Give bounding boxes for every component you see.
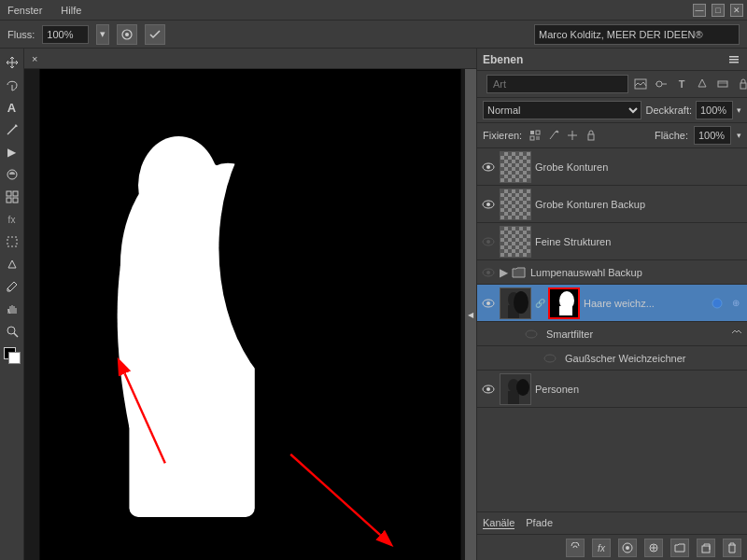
add-mask-button[interactable] [618, 539, 637, 557]
svg-rect-73 [702, 546, 710, 553]
tool-eyedrop[interactable] [2, 276, 22, 297]
layer-visibility-feine[interactable] [481, 234, 496, 249]
eye-icon [482, 162, 495, 172]
svg-point-69 [626, 546, 629, 550]
filter-layer-icon[interactable] [714, 76, 731, 92]
svg-rect-40 [536, 136, 540, 140]
layer-visibility-haare[interactable] [481, 296, 496, 311]
filter-type-icon[interactable]: T [673, 76, 690, 92]
eye-icon [482, 385, 495, 394]
tool-select[interactable] [2, 75, 22, 95]
svg-rect-66 [508, 391, 519, 404]
tool-transform[interactable] [2, 231, 22, 252]
canvas-tab-close[interactable]: × [32, 53, 37, 64]
layer-item-haare[interactable]: 🔗 Haare weichz... ⊕ [477, 285, 747, 322]
menubar-hilfe[interactable]: Hilfe [57, 3, 85, 18]
layer-item[interactable]: Feine Strukturen [477, 223, 747, 260]
svg-rect-4 [13, 191, 18, 196]
tool-type[interactable]: A [2, 97, 22, 118]
layer-visibility-gauss[interactable] [543, 351, 557, 366]
brush-option-btn2[interactable] [145, 24, 165, 45]
canvas-tab: × [24, 49, 476, 69]
lock-brush-icon[interactable] [546, 128, 561, 143]
svg-point-1 [125, 33, 129, 36]
eye-closed-icon [482, 268, 495, 277]
svg-point-21 [141, 284, 162, 319]
layer-effects-button[interactable]: fx [592, 539, 611, 557]
tab-pfade[interactable]: Pfade [526, 517, 553, 529]
lock-pixels-icon[interactable] [528, 128, 543, 143]
fluss-dropdown-arrow[interactable]: ▾ [96, 24, 109, 45]
blend-mode-bar: Normal Deckkraft: ▾ [477, 98, 747, 123]
color-icon [6, 168, 19, 181]
new-adjustment-button[interactable] [644, 539, 663, 557]
haare-thumb-image [500, 288, 531, 319]
svg-rect-26 [729, 59, 739, 61]
tool-hand[interactable] [2, 299, 22, 319]
brush-option-btn1[interactable] [117, 24, 137, 45]
layer-visibility-smartfilter[interactable] [524, 327, 539, 342]
minimize-button[interactable]: — [693, 4, 706, 17]
search-input[interactable] [486, 75, 628, 93]
collapse-handle[interactable]: ◀ [465, 69, 476, 560]
tool-color[interactable] [2, 164, 22, 185]
layer-mask-thumb[interactable] [548, 287, 580, 319]
layer-item[interactable]: Grobe Konturen [477, 148, 747, 186]
filter-image-icon[interactable] [632, 76, 649, 92]
fluss-input[interactable] [42, 25, 89, 44]
panel-link-icon[interactable]: ⊕ [728, 296, 743, 311]
panel-actions: fx [477, 535, 747, 560]
panel-bottom: Kanäle Pfade fx [477, 511, 747, 560]
layer-filter-item[interactable]: Gaußscher Weichzeichner [477, 346, 747, 371]
layer-visibility-lumsel[interactable] [481, 265, 496, 280]
tool-play[interactable]: ▶ [2, 142, 22, 162]
layer-item[interactable]: Grobe Konturen Backup [477, 186, 747, 223]
layer-folder-item[interactable]: ▶ Lumpenauswahl Backup [477, 260, 747, 285]
lock-all-icon[interactable] [584, 128, 599, 143]
layer-name: Haare weichz... [584, 298, 706, 309]
eye-closed-icon [543, 354, 557, 363]
tool-brush[interactable] [2, 119, 22, 140]
filter-lock-icon[interactable] [735, 76, 747, 92]
close-button[interactable]: ✕ [730, 4, 743, 17]
flaeche-input[interactable] [694, 126, 731, 145]
delete-layer-button[interactable] [723, 539, 741, 557]
tool-zoom[interactable] [2, 321, 22, 342]
profile-input[interactable] [534, 24, 740, 45]
flaeche-arrow[interactable]: ▾ [737, 131, 741, 140]
layer-visibility-grobe-konturen[interactable] [481, 160, 496, 175]
tool-pen[interactable] [2, 254, 22, 274]
panel-header: Ebenen [477, 49, 747, 71]
svg-point-31 [656, 81, 662, 87]
panel-title: Ebenen [483, 53, 726, 66]
layer-item-personen[interactable]: Personen [477, 371, 747, 408]
new-layer-button[interactable] [697, 539, 715, 557]
new-group-button[interactable] [670, 539, 689, 557]
layer-visibility-personen[interactable] [481, 382, 496, 397]
maximize-button[interactable]: □ [712, 4, 725, 17]
filter-shape-icon[interactable] [694, 76, 711, 92]
menubar-fenster[interactable]: Fenster [4, 3, 46, 18]
folder-new-icon [674, 542, 685, 553]
folder-expand-icon[interactable]: ▶ [500, 266, 508, 279]
tab-kanaele[interactable]: Kanäle [483, 517, 514, 529]
link-layers-button[interactable] [566, 539, 585, 557]
filter-adjustment-icon[interactable] [653, 76, 669, 92]
blend-mode-select[interactable]: Normal [483, 101, 641, 119]
personen-thumb [500, 374, 531, 405]
deckkraft-input[interactable] [696, 101, 733, 119]
layer-visibility-grobe-backup[interactable] [481, 197, 496, 212]
fixieren-label: Fixieren: [483, 130, 522, 141]
tool-move[interactable] [2, 52, 22, 73]
svg-rect-58 [559, 306, 572, 315]
background-color[interactable] [8, 352, 21, 364]
smart-object-icon [710, 296, 725, 311]
left-toolbar: A ▶ fx [0, 49, 24, 560]
deckkraft-arrow[interactable]: ▾ [737, 105, 741, 115]
folder-icon [512, 266, 527, 279]
tool-fx[interactable]: fx [2, 209, 22, 230]
tool-grid[interactable] [2, 187, 22, 207]
lock-position-icon[interactable] [565, 128, 580, 143]
svg-rect-34 [718, 81, 727, 87]
panel-menu-button[interactable] [726, 52, 741, 67]
